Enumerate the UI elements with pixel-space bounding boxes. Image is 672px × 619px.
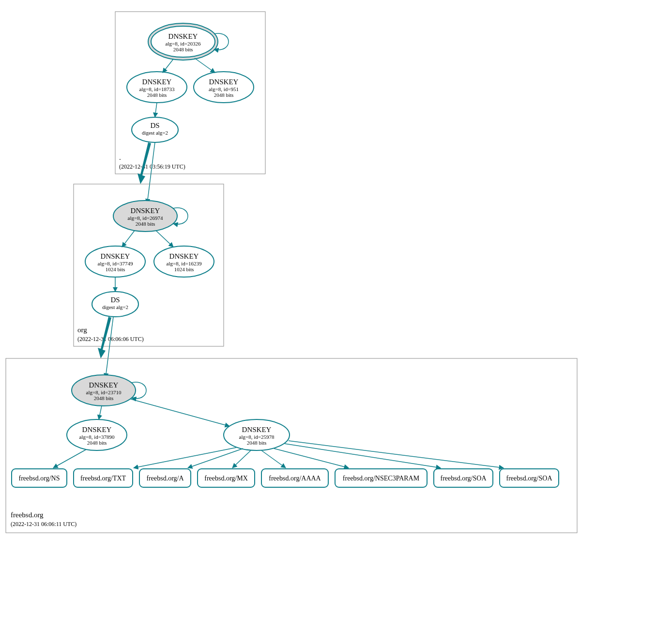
svg-text:digest alg=2: digest alg=2 [142,130,168,136]
svg-text:DNSKEY: DNSKEY [242,426,272,433]
edge-root-zsk1-ds [155,103,157,117]
edge-zsk1-ns [53,449,86,468]
svg-text:alg=8, id=951: alg=8, id=951 [209,86,239,92]
rr-soa2: freebsd.org/SOA [506,475,552,482]
edge-fbsd-ksk-zsk2 [131,399,229,426]
svg-text:alg=8, id=26974: alg=8, id=26974 [128,215,163,221]
dnssec-diagram: . (2022-12-31 03:56:19 UTC) DNSKEY alg=8… [0,0,672,619]
svg-text:alg=8, id=20326: alg=8, id=20326 [166,41,201,46]
svg-text:1024 bits: 1024 bits [174,266,194,272]
zone-org-label: org [77,326,87,334]
rrsets-row: freebsd.org/NS freebsd.org/TXT freebsd.o… [12,469,559,487]
rr-ns: freebsd.org/NS [19,475,60,482]
node-org-ds: DS digest alg=2 [92,292,138,317]
svg-text:alg=8, id=37890: alg=8, id=37890 [79,434,115,440]
zone-freebsd-label: freebsd.org [11,511,44,519]
svg-text:DNSKEY: DNSKEY [101,252,130,260]
rr-mx: freebsd.org/MX [204,475,248,482]
rr-a: freebsd.org/A [146,475,184,482]
svg-text:DNSKEY: DNSKEY [89,381,119,389]
edge-zsk2-mx [232,450,251,468]
svg-text:alg=8, id=23710: alg=8, id=23710 [86,389,122,395]
node-root-zsk1: DNSKEY alg=8, id=18733 2048 bits [127,72,187,103]
svg-text:2048 bits: 2048 bits [147,92,167,98]
edge-zsk2-txt [134,448,236,468]
svg-text:alg=8, id=18733: alg=8, id=18733 [139,86,175,92]
svg-text:2048 bits: 2048 bits [94,395,114,401]
node-org-zsk1: DNSKEY alg=8, id=37749 1024 bits [85,246,145,277]
svg-text:DNSKEY: DNSKEY [131,207,160,215]
svg-text:2048 bits: 2048 bits [247,440,267,446]
rr-aaaa: freebsd.org/AAAA [269,475,321,482]
edge-fbsd-ksk-zsk1 [99,406,102,419]
edge-zsk2-soa2 [289,441,504,468]
svg-text:2048 bits: 2048 bits [87,440,107,446]
edge-zsk2-aaaa [261,450,286,468]
svg-text:DNSKEY: DNSKEY [168,32,198,40]
svg-text:DNSKEY: DNSKEY [209,78,239,86]
zone-root-label: . [119,154,121,161]
node-fbsd-zsk1: DNSKEY alg=8, id=37890 2048 bits [67,419,127,450]
svg-text:2048 bits: 2048 bits [173,46,193,52]
node-fbsd-ksk: DNSKEY alg=8, id=23710 2048 bits [72,375,136,406]
rr-txt: freebsd.org/TXT [80,475,126,482]
rr-soa1: freebsd.org/SOA [440,475,487,482]
svg-text:DNSKEY: DNSKEY [169,252,199,260]
svg-text:alg=8, id=25978: alg=8, id=25978 [239,434,275,440]
svg-text:alg=8, id=37749: alg=8, id=37749 [98,261,133,266]
svg-text:DNSKEY: DNSKEY [142,78,172,86]
svg-text:digest alg=2: digest alg=2 [102,304,128,310]
edge-org-ksk-zsk2 [156,231,173,247]
svg-text:DS: DS [110,296,120,304]
node-fbsd-zsk2: DNSKEY alg=8, id=25978 2048 bits [224,419,290,450]
edge-zsk2-soa1 [285,444,441,468]
svg-text:1024 bits: 1024 bits [106,266,125,272]
node-org-zsk2: DNSKEY alg=8, id=16239 1024 bits [154,246,214,277]
svg-text:alg=8, id=16239: alg=8, id=16239 [167,261,202,266]
edge-root-ksk-zsk1 [163,59,173,73]
svg-text:DNSKEY: DNSKEY [82,426,112,433]
node-org-ksk: DNSKEY alg=8, id=26974 2048 bits [113,201,177,232]
zone-freebsd-timestamp: (2022-12-31 06:06:11 UTC) [11,521,76,527]
svg-text:DS: DS [150,122,159,129]
edge-zsk2-nsec3 [274,449,349,468]
svg-text:2048 bits: 2048 bits [214,92,234,98]
node-root-ksk: DNSKEY alg=8, id=20326 2048 bits [148,23,218,60]
node-root-zsk2: DNSKEY alg=8, id=951 2048 bits [194,72,254,103]
svg-text:2048 bits: 2048 bits [136,221,155,227]
edge-org-ksk-zsk1 [122,231,135,247]
edge-root-ksk-zsk2 [195,58,215,73]
rr-nsec3: freebsd.org/NSEC3PARAM [343,475,420,482]
node-root-ds: DS digest alg=2 [132,117,178,142]
